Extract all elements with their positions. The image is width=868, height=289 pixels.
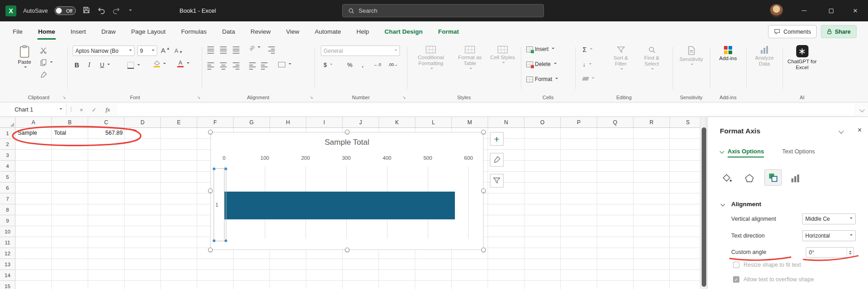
paste-button[interactable]: Paste <box>14 45 35 69</box>
tab-text-options[interactable]: Text Options <box>782 148 815 155</box>
align-right-button[interactable] <box>233 62 239 70</box>
expand-formula-bar-icon[interactable] <box>859 107 864 112</box>
scrollbar-thumb[interactable] <box>702 127 706 287</box>
column-header[interactable]: K <box>379 117 415 128</box>
row-header[interactable]: 3 <box>0 150 15 161</box>
addins-button[interactable]: Add-ins <box>713 46 743 61</box>
row-header[interactable]: 12 <box>0 248 15 259</box>
cell-B1[interactable]: Total <box>54 130 66 136</box>
align-bottom-button[interactable] <box>233 46 239 54</box>
find-select-button[interactable]: Find & Select <box>639 46 664 71</box>
embedded-chart[interactable]: Sample Total 0100200300400500600 1 <box>210 132 484 250</box>
alignment-section-header[interactable]: Alignment <box>731 201 761 208</box>
column-header[interactable]: P <box>561 117 597 128</box>
custom-angle-input[interactable]: 0° <box>806 247 854 258</box>
angle-stepper[interactable] <box>847 248 853 257</box>
row-header[interactable]: 7 <box>0 193 15 204</box>
column-header[interactable]: C <box>88 117 125 128</box>
row-header[interactable]: 2 <box>0 139 15 150</box>
chart-elements-button[interactable]: + <box>490 132 504 146</box>
ribbon-tab[interactable]: View <box>279 21 305 41</box>
cell-A1[interactable]: Sample <box>18 130 37 136</box>
fill-button[interactable]: ↓ <box>583 61 592 68</box>
formula-input[interactable] <box>117 104 854 115</box>
ribbon-tab[interactable]: File <box>6 21 29 41</box>
shrink-font-button[interactable]: A▼ <box>175 47 183 54</box>
user-avatar[interactable] <box>770 4 783 17</box>
chart-resize-handle[interactable] <box>481 130 486 134</box>
axis-selection-handle[interactable] <box>224 239 227 242</box>
align-top-button[interactable] <box>207 46 214 54</box>
borders-button[interactable] <box>127 62 140 69</box>
column-header[interactable]: F <box>197 117 234 128</box>
wrap-text-button[interactable] <box>268 46 275 54</box>
search-input[interactable]: Search <box>342 4 544 17</box>
column-header[interactable]: J <box>343 117 379 128</box>
chart-resize-handle[interactable] <box>481 188 486 193</box>
ribbon-tab[interactable]: Format <box>432 21 465 41</box>
undo-button[interactable] <box>97 6 105 15</box>
overflow-checkbox[interactable]: ✓ <box>733 276 739 283</box>
font-name-combo[interactable]: Aptos Narrow (Bo <box>73 46 135 56</box>
comments-button[interactable]: Comments <box>768 25 817 38</box>
merge-center-button[interactable] <box>278 62 291 67</box>
row-header[interactable]: 6 <box>0 183 15 193</box>
chart-value-axis[interactable]: 0100200300400500600 <box>215 155 478 161</box>
column-header[interactable]: L <box>415 117 452 128</box>
chart-resize-handle[interactable] <box>208 248 213 252</box>
align-center-button[interactable] <box>220 62 227 70</box>
column-header[interactable]: G <box>234 117 270 128</box>
sort-filter-button[interactable]: Sort & Filter <box>608 46 634 71</box>
ribbon-tab[interactable]: Formulas <box>175 21 213 41</box>
axis-selection-handle[interactable] <box>224 167 227 170</box>
conditional-formatting-button[interactable]: Conditional Formatting <box>409 46 453 71</box>
redo-button[interactable] <box>112 6 121 15</box>
format-cells-button[interactable]: Format <box>526 76 558 82</box>
pane-collapse-icon[interactable] <box>838 128 843 133</box>
row-header[interactable]: 10 <box>0 226 15 237</box>
chart-filters-button[interactable] <box>490 174 504 188</box>
decrease-decimal-button[interactable]: .00→ <box>388 62 398 67</box>
column-header[interactable]: O <box>524 117 561 128</box>
vertical-alignment-dropdown[interactable]: Middle Ce <box>802 213 856 224</box>
axis-selection-box[interactable] <box>214 168 226 241</box>
accounting-format-button[interactable]: $ <box>324 61 333 68</box>
align-left-button[interactable] <box>207 62 214 70</box>
comma-style-button[interactable]: , <box>362 61 364 68</box>
underline-button[interactable]: U <box>100 61 110 68</box>
quick-access-chevron-icon[interactable] <box>129 10 132 12</box>
ribbon-tab[interactable]: Page Layout <box>125 21 172 41</box>
save-button[interactable] <box>83 6 90 15</box>
tab-axis-options[interactable]: Axis Options <box>728 148 764 157</box>
size-properties-tab-button[interactable] <box>764 169 782 186</box>
select-all-button[interactable] <box>0 117 15 128</box>
row-header[interactable]: 4 <box>0 161 15 172</box>
column-header[interactable]: M <box>452 117 488 128</box>
cell-C1[interactable]: 567.89 <box>89 130 123 136</box>
copy-button[interactable] <box>40 59 53 66</box>
orientation-button[interactable]: ab <box>249 45 260 51</box>
chart-resize-handle[interactable] <box>208 130 213 134</box>
name-box-resize-handle[interactable]: ⋮ <box>68 106 74 112</box>
insert-cells-button[interactable]: Insert <box>526 46 554 52</box>
clear-button[interactable] <box>583 77 594 81</box>
analyze-data-button[interactable]: Analyze Data <box>750 46 779 67</box>
share-button[interactable]: Share <box>821 25 857 38</box>
ribbon-tab[interactable]: Home <box>32 21 62 41</box>
formula-enter-button[interactable]: ✓ <box>88 102 100 117</box>
row-header[interactable]: 15 <box>0 281 15 289</box>
column-header[interactable]: E <box>161 117 197 128</box>
sensitivity-button[interactable]: Sensitivity <box>675 46 707 66</box>
italic-button[interactable]: I <box>88 61 90 69</box>
row-header[interactable]: 8 <box>0 204 15 215</box>
bold-button[interactable]: B <box>75 61 79 69</box>
column-header[interactable]: S <box>670 117 700 128</box>
row-header[interactable]: 9 <box>0 215 15 226</box>
cell-styles-button[interactable]: Cell Styles <box>487 46 518 65</box>
font-color-button[interactable]: A <box>177 60 190 67</box>
increase-indent-button[interactable] <box>261 62 268 70</box>
chart-resize-handle[interactable] <box>208 188 213 193</box>
ribbon-tab[interactable]: Data <box>216 21 242 41</box>
chart-resize-handle[interactable] <box>345 248 349 252</box>
row-header[interactable]: 13 <box>0 259 15 270</box>
